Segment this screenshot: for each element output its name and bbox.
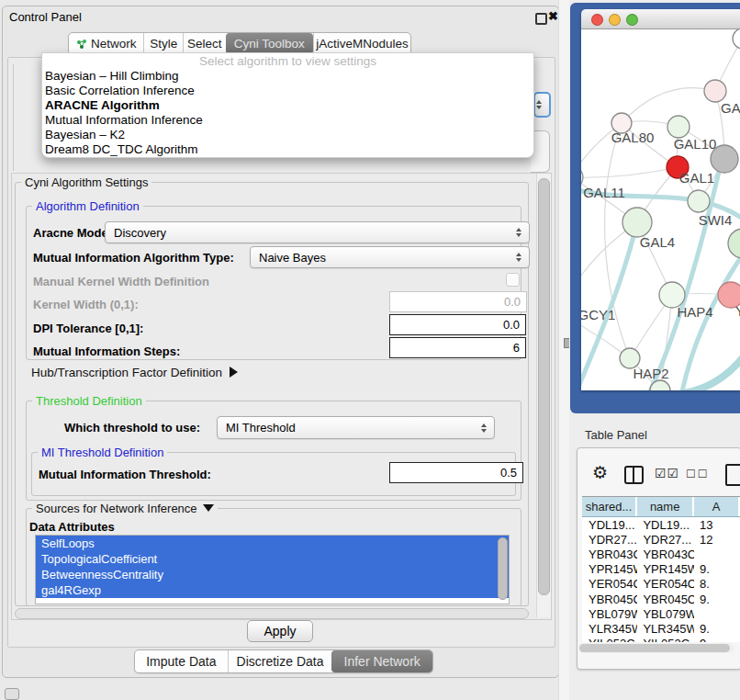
columns-icon[interactable] — [624, 466, 644, 484]
algorithm-option[interactable]: Bayesian – Hill Climbing — [42, 69, 533, 84]
attribute-item[interactable]: SelfLoops — [36, 536, 509, 551]
network-edge[interactable] — [605, 123, 630, 358]
dpi-tolerance-input[interactable]: 0.0 — [389, 314, 526, 335]
network-canvas[interactable]: GAL2GAL80GAL10GAL1GAL11SWI4GAL4GCY1HAP4Y… — [581, 29, 740, 390]
table-cell: YPR145W — [582, 562, 637, 576]
zoom-traffic-light-icon[interactable] — [626, 14, 638, 26]
table-row[interactable]: YDL19...YDL19...13 — [582, 517, 740, 532]
network-node[interactable] — [728, 229, 740, 258]
table-cell: YDR27... — [582, 533, 637, 547]
network-edge[interactable] — [581, 167, 678, 177]
table-cell: YBR045C — [582, 593, 637, 606]
table-row[interactable]: YIL052CYIL052C9 — [582, 637, 740, 643]
vertical-scrollbar-thumb[interactable] — [538, 178, 550, 595]
attribute-item[interactable]: TopologicalCoefficient — [36, 551, 509, 567]
panel-grip-icon[interactable] — [5, 688, 19, 700]
network-node[interactable] — [733, 29, 740, 49]
table-row[interactable]: YBR043CYBR043C — [582, 547, 740, 561]
table-cell: YBR045C — [637, 593, 694, 606]
network-edge[interactable] — [622, 88, 715, 123]
tab-network[interactable]: Network — [69, 33, 143, 54]
table-file-icon[interactable] — [725, 464, 740, 486]
table-cell: YDL19... — [582, 518, 637, 532]
which-threshold-select[interactable]: MI Threshold — [217, 416, 495, 439]
table-panel-title: Table Panel — [585, 428, 647, 442]
table-row[interactable]: YLR345WYLR345W9. — [582, 621, 740, 636]
table-cell: 9. — [694, 622, 740, 636]
column-header-1[interactable]: shared... — [582, 497, 637, 516]
table-row[interactable]: YBL079WYBL079W — [582, 606, 740, 621]
sources-group-label[interactable]: Sources for Network Inference — [32, 502, 218, 515]
attribute-item[interactable]: BetweennessCentrality — [36, 567, 509, 582]
list-scrollbar-thumb[interactable] — [498, 537, 508, 600]
close-traffic-light-icon[interactable] — [591, 14, 603, 26]
cyni-bottom-tabbar: Impute DataDiscretize DataInfer Network — [134, 649, 433, 673]
tab-infer-network[interactable]: Infer Network — [331, 650, 432, 672]
algorithm-option[interactable]: Dream8 DC_TDC Algorithm — [42, 142, 533, 157]
tab-jactivemnodules[interactable]: jActiveMNodules — [313, 33, 410, 54]
dpi-tolerance-label: DPI Tolerance [0,1]: — [33, 322, 143, 335]
gear-icon[interactable]: ⚙ — [592, 462, 608, 483]
network-node-gal2[interactable] — [704, 80, 726, 102]
node-label: SWI4 — [699, 212, 733, 228]
data-attributes-list[interactable]: SelfLoopsTopologicalCoefficientBetweenne… — [35, 535, 510, 604]
deselect-all-icon[interactable]: ☐☐ — [686, 468, 710, 480]
manual-kernel-width-checkbox[interactable] — [506, 273, 520, 287]
node-label: GAL1 — [679, 170, 714, 186]
aracne-mode-label: Aracne Mode: — [33, 226, 112, 240]
table-hscrollbar[interactable] — [578, 643, 734, 653]
mi-steps-input[interactable]: 6 — [389, 337, 526, 358]
node-label: HAP2 — [633, 366, 668, 381]
network-window-titlebar[interactable] — [581, 9, 740, 29]
algorithm-option[interactable]: Basic Correlation Inference — [42, 84, 533, 98]
tab-select[interactable]: Select — [183, 33, 226, 54]
node-attribute-table[interactable]: shared...nameAYDL19...YDL19...13YDR27...… — [582, 496, 740, 642]
kernel-width-input[interactable]: 0.0 — [389, 291, 527, 312]
node-label: GCY1 — [581, 307, 615, 322]
table-cell: YIL052C — [582, 637, 637, 642]
network-window[interactable]: GAL2GAL80GAL10GAL1GAL11SWI4GAL4GCY1HAP4Y… — [581, 9, 740, 390]
table-header: shared...nameA — [582, 497, 740, 517]
table-cell: YLR345W — [637, 622, 694, 636]
manual-kernel-width-label: Manual Kernel Width Definition — [33, 275, 209, 288]
mi-threshold-input[interactable]: 0.5 — [389, 462, 523, 483]
table-row[interactable]: YER054CYER054C8. — [582, 577, 740, 592]
algorithm-option[interactable]: Bayesian – K2 — [42, 128, 533, 142]
table-cell: YBR043C — [637, 548, 694, 561]
data-attributes-label: Data Attributes — [29, 520, 115, 534]
algorithm-option[interactable]: Mutual Information Inference — [42, 113, 533, 128]
table-row[interactable]: YBR045CYBR045C9. — [582, 592, 740, 606]
threshold-definition-label: Threshold Definition — [32, 394, 146, 408]
tab-discretize-data[interactable]: Discretize Data — [228, 650, 332, 672]
algorithm-dropdown-popup: Select algorithm to view settings Bayesi… — [41, 52, 534, 158]
table-cell: YLR345W — [582, 622, 637, 636]
mi-algorithm-type-select[interactable]: Naive Bayes — [250, 246, 530, 268]
column-header-3[interactable]: A — [694, 497, 740, 516]
algorithm-option[interactable]: ARACNE Algorithm — [42, 98, 533, 113]
attribute-item[interactable]: gal4RGexp — [36, 582, 509, 598]
network-node-gal4[interactable] — [622, 208, 652, 237]
table-row[interactable]: YDR27...YDR27...12 — [582, 532, 740, 547]
node-label: Y — [735, 303, 740, 319]
column-header-2[interactable]: name — [637, 497, 694, 516]
tab-label: jActiveMNodules — [316, 37, 409, 51]
apply-button[interactable]: Apply — [247, 620, 313, 642]
select-all-icon[interactable]: ☑☑ — [655, 466, 679, 480]
algorithm-dropdown-placeholder: Select algorithm to view settings — [42, 53, 533, 69]
tab-style[interactable]: Style — [143, 33, 183, 54]
tab-cyni-toolbox[interactable]: Cyni Toolbox — [226, 33, 313, 54]
control-panel-title: Control Panel — [9, 10, 82, 24]
hub-definition-toggle[interactable]: Hub/Transcription Factor Definition — [31, 366, 238, 379]
network-node-swi4[interactable] — [688, 190, 710, 212]
close-panel-icon[interactable]: ✖ — [548, 9, 558, 23]
tab-impute-data[interactable]: Impute Data — [135, 650, 228, 672]
network-tab-icon — [76, 39, 87, 50]
float-panel-icon[interactable] — [535, 13, 547, 25]
node-label: GAL4 — [640, 234, 675, 250]
horizontal-scrollbar-thumb[interactable] — [15, 608, 529, 619]
table-row[interactable]: YPR145WYPR145W9. — [582, 562, 740, 577]
network-node-gal10[interactable] — [667, 116, 690, 138]
inference-algorithm-combo-fragment[interactable] — [533, 92, 551, 118]
aracne-mode-select[interactable]: Discovery — [105, 221, 530, 243]
minimize-traffic-light-icon[interactable] — [609, 14, 621, 26]
